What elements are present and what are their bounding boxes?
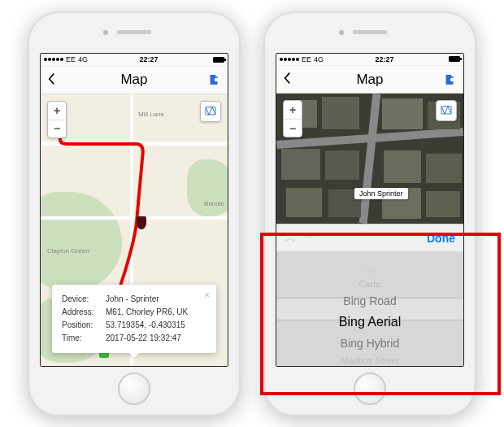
popup-label: Address: xyxy=(62,306,101,319)
popup-value: 2017-05-22 19:32:47 xyxy=(106,332,206,345)
picker-arrows: ︿ ﹀ xyxy=(285,231,315,246)
zoom-control: + − xyxy=(47,101,67,138)
page-title: Map xyxy=(63,72,205,88)
picker-prev-button[interactable]: ︿ xyxy=(285,231,296,246)
zoom-in-button[interactable]: + xyxy=(48,102,66,120)
home-button[interactable] xyxy=(118,373,150,405)
page-title: Map xyxy=(299,72,441,88)
nav-bar: Map xyxy=(276,66,463,94)
signal-dots-icon xyxy=(44,58,63,61)
picker-item[interactable]: Osm xyxy=(363,265,378,277)
carrier-label: EE xyxy=(302,55,311,63)
popup-label: Time: xyxy=(62,332,101,345)
vehicle-marker-icon[interactable] xyxy=(137,216,146,229)
home-button[interactable] xyxy=(354,373,386,405)
status-right xyxy=(445,56,460,62)
picker-toolbar: ︿ ﹀ Done xyxy=(276,224,463,252)
map-callout[interactable]: John Sprinter xyxy=(354,188,408,199)
phone-left: EE 4G 22:27 Map xyxy=(28,11,241,416)
close-button[interactable]: × xyxy=(204,290,210,301)
picker-item-selected[interactable]: Bing Aerial xyxy=(339,311,402,333)
popup-value: John - Sprinter xyxy=(106,293,206,306)
clock-label: 22:27 xyxy=(324,55,445,63)
picker-item[interactable]: Carto xyxy=(359,277,381,291)
network-label: 4G xyxy=(78,55,88,63)
status-right xyxy=(210,57,224,63)
zoom-out-button[interactable]: − xyxy=(284,119,302,137)
network-label: 4G xyxy=(314,55,324,63)
status-bar: EE 4G 22:27 xyxy=(41,54,228,67)
layer-button[interactable] xyxy=(200,101,221,122)
signal-dots-icon xyxy=(280,58,299,61)
battery-icon xyxy=(449,56,460,62)
picker-item[interactable]: Mapbox Street xyxy=(341,353,399,366)
info-popup: × Device:John - Sprinter Address:M61, Ch… xyxy=(52,285,216,353)
layer-button[interactable] xyxy=(436,100,457,121)
map-layers-icon xyxy=(204,105,217,118)
picker-item[interactable]: Bing Hybrid xyxy=(341,333,399,353)
back-button[interactable] xyxy=(283,70,299,89)
clock-label: 22:27 xyxy=(88,55,210,63)
nav-action-button[interactable] xyxy=(441,72,457,87)
chevron-left-icon xyxy=(47,72,55,85)
picker-sheet: ︿ ﹀ Done Osm Carto Bing Road Bing Aerial… xyxy=(276,224,463,365)
status-left: EE 4G xyxy=(44,55,88,63)
status-left: EE 4G xyxy=(280,55,324,63)
screen-left: EE 4G 22:27 Map xyxy=(40,53,228,367)
popup-label: Position: xyxy=(62,319,101,332)
carrier-label: EE xyxy=(66,55,76,63)
back-button[interactable] xyxy=(47,71,63,89)
zoom-control: + − xyxy=(283,100,302,137)
map-layers-icon xyxy=(440,104,453,117)
screen-right: EE 4G 22:27 Map xyxy=(276,53,464,367)
nav-action-button[interactable] xyxy=(205,72,221,87)
svg-point-2 xyxy=(450,77,454,81)
phone-right: EE 4G 22:27 Map xyxy=(263,11,476,416)
popup-value: 53.719354, -0.430315 xyxy=(106,319,206,332)
map-marker-icon xyxy=(442,72,457,87)
zoom-out-button[interactable]: − xyxy=(48,120,66,137)
popup-value: M61, Chorley PR6, UK xyxy=(106,306,206,319)
svg-point-0 xyxy=(215,78,219,82)
zoom-in-button[interactable]: + xyxy=(284,101,302,119)
map-marker-icon xyxy=(206,72,221,87)
chevron-left-icon xyxy=(283,72,291,85)
map-viewport[interactable]: Clayton Green Whittle-le-Woods Brindle M… xyxy=(41,94,228,366)
status-bar: EE 4G 22:27 xyxy=(276,54,463,67)
popup-label: Device: xyxy=(62,293,101,306)
picker-item[interactable]: Bing Road xyxy=(343,291,396,311)
nav-bar: Map xyxy=(41,67,228,94)
done-button[interactable]: Done xyxy=(427,232,455,245)
map-viewport[interactable]: John Sprinter + − xyxy=(276,94,463,224)
battery-icon xyxy=(213,57,224,63)
picker-wheel[interactable]: Osm Carto Bing Road Bing Aerial Bing Hyb… xyxy=(276,252,463,365)
picker-next-button[interactable]: ﹀ xyxy=(304,231,315,246)
